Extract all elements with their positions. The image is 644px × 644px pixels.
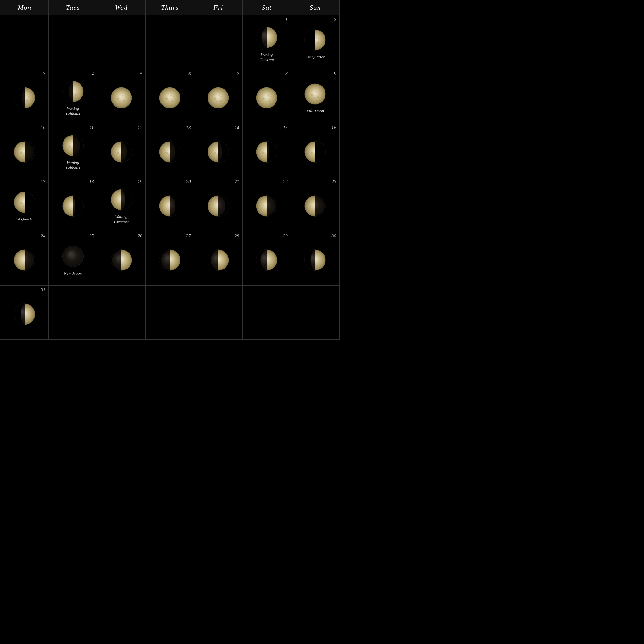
moon-phase-15	[254, 139, 279, 164]
day-number-31: 31	[41, 287, 45, 293]
day-cell-23: 23	[291, 177, 340, 231]
phase-label-2: 1st Quarter	[306, 54, 325, 60]
moon-phase-22	[254, 193, 279, 219]
moon-phase-8	[254, 85, 279, 110]
day-number-3: 3	[43, 71, 46, 76]
moon-phase-5	[109, 85, 134, 110]
day-cell-7: 7	[194, 69, 243, 123]
day-number-29: 29	[283, 233, 288, 239]
day-cell-9: 9Full Moon	[291, 69, 340, 123]
day-number-15: 15	[283, 125, 288, 130]
empty-cell-w5-d5	[243, 286, 291, 340]
day-cell-6: 6	[146, 69, 194, 123]
day-number-27: 27	[186, 233, 191, 239]
day-number-26: 26	[137, 233, 142, 239]
empty-cell-w5-d4	[194, 286, 243, 340]
day-number-21: 21	[235, 179, 239, 185]
moon-phase-20	[157, 193, 182, 219]
day-cell-28: 28	[194, 231, 243, 286]
day-number-7: 7	[237, 71, 239, 76]
day-number-9: 9	[334, 71, 336, 76]
day-cell-31: 31	[0, 286, 49, 340]
day-cell-20: 20	[146, 177, 194, 231]
day-number-1: 1	[285, 17, 288, 22]
moon-phase-18	[60, 193, 86, 219]
empty-cell-w0-d3	[146, 15, 194, 69]
day-cell-8: 8	[243, 69, 291, 123]
header-sun: Sun	[291, 0, 340, 15]
moon-phase-17	[12, 190, 37, 215]
moon-phase-11	[60, 133, 86, 158]
day-number-2: 2	[334, 17, 336, 22]
phase-label-1: Waxing Crescent	[259, 52, 274, 63]
moon-phase-7	[206, 85, 231, 110]
moon-phase-6	[157, 85, 182, 110]
day-number-6: 6	[188, 71, 191, 76]
day-number-20: 20	[186, 179, 191, 185]
header-wed: Wed	[97, 0, 146, 15]
empty-cell-w5-d2	[97, 286, 146, 340]
day-cell-18: 18	[49, 177, 97, 231]
moon-phase-14	[206, 139, 231, 164]
day-cell-27: 27	[146, 231, 194, 286]
day-number-19: 19	[137, 179, 142, 185]
day-cell-24: 24	[0, 231, 49, 286]
day-number-18: 18	[89, 179, 94, 185]
day-number-30: 30	[331, 233, 336, 239]
day-cell-4: 4Waxing Gibbous	[49, 69, 97, 123]
moon-phase-1	[254, 25, 279, 50]
day-number-24: 24	[41, 233, 45, 239]
phase-label-25: New Moon	[64, 271, 82, 276]
day-number-13: 13	[186, 125, 191, 130]
day-cell-12: 12	[97, 123, 146, 177]
day-number-23: 23	[331, 179, 336, 185]
phase-label-9: Full Moon	[307, 108, 324, 114]
moon-phase-24	[12, 247, 37, 273]
moon-phase-10	[12, 139, 37, 164]
day-cell-29: 29	[243, 231, 291, 286]
header-thurs: Thurs	[146, 0, 194, 15]
moon-phase-12	[109, 139, 134, 164]
header-fri: Fri	[194, 0, 243, 15]
empty-cell-w5-d3	[146, 286, 194, 340]
day-cell-5: 5	[97, 69, 146, 123]
moon-phase-3	[12, 85, 37, 110]
header-sat: Sat	[243, 0, 291, 15]
day-number-8: 8	[285, 71, 288, 76]
day-cell-2: 21st Quarter	[291, 15, 340, 69]
day-cell-11: 11Waning Gibbous	[49, 123, 97, 177]
day-number-4: 4	[92, 71, 94, 76]
moon-phase-19	[109, 187, 134, 212]
moon-phase-4	[60, 79, 86, 104]
moon-phase-31	[12, 302, 37, 327]
day-cell-13: 13	[146, 123, 194, 177]
empty-cell-w0-d4	[194, 15, 243, 69]
day-cell-25: 25New Moon	[49, 231, 97, 286]
day-cell-10: 10	[0, 123, 49, 177]
day-number-25: 25	[89, 233, 94, 239]
day-cell-16: 16	[291, 123, 340, 177]
day-number-5: 5	[140, 71, 142, 76]
day-number-16: 16	[331, 125, 336, 130]
day-cell-19: 19Waning Crescent	[97, 177, 146, 231]
empty-cell-w0-d2	[97, 15, 146, 69]
header-mon: Mon	[0, 0, 49, 15]
moon-phase-25	[60, 244, 86, 269]
empty-cell-w5-d1	[49, 286, 97, 340]
day-cell-15: 15	[243, 123, 291, 177]
moon-calendar: Mon Tues Wed Thurs Fri Sat Sun 1Waxing C…	[0, 0, 340, 340]
empty-cell-w0-d1	[49, 15, 97, 69]
day-cell-30: 30	[291, 231, 340, 286]
phase-label-4: Waxing Gibbous	[66, 106, 80, 117]
day-cell-1: 1Waxing Crescent	[243, 15, 291, 69]
moon-phase-28	[206, 247, 231, 273]
day-number-17: 17	[41, 179, 45, 185]
day-number-28: 28	[235, 233, 239, 239]
moon-phase-30	[303, 247, 328, 273]
day-number-14: 14	[235, 125, 239, 130]
day-number-12: 12	[137, 125, 142, 130]
moon-phase-13	[157, 139, 182, 164]
day-cell-22: 22	[243, 177, 291, 231]
moon-phase-29	[254, 247, 279, 273]
phase-label-19: Waning Crescent	[114, 214, 129, 225]
